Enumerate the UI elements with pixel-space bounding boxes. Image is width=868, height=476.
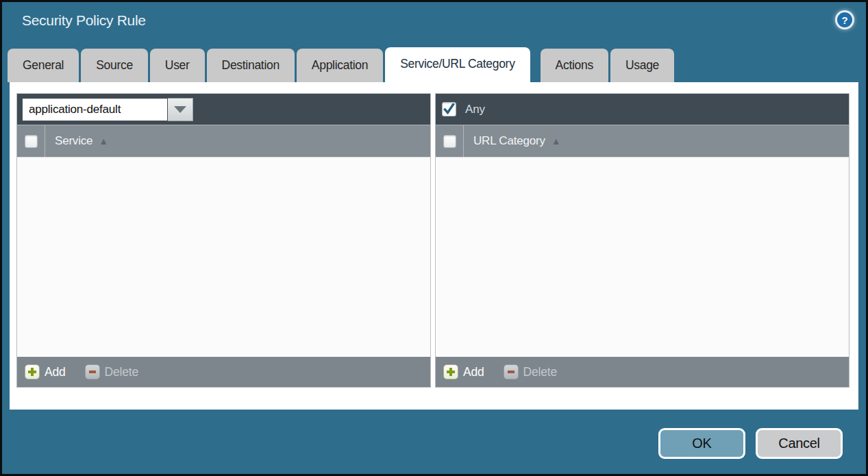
service-add-button[interactable]: Add [25, 364, 66, 379]
sort-asc-icon[interactable]: ▲ [99, 136, 108, 147]
tab-actions[interactable]: Actions [541, 49, 608, 82]
tab-content: application-default Service ▲ [10, 82, 858, 410]
service-select-all-checkbox[interactable] [25, 135, 38, 148]
delete-minus-icon [504, 364, 519, 379]
url-category-table-body[interactable] [436, 157, 849, 357]
tab-general[interactable]: General [8, 49, 79, 82]
add-plus-icon [443, 364, 458, 379]
url-category-column-header[interactable]: URL Category [473, 134, 545, 148]
service-panel: application-default Service ▲ [16, 93, 431, 388]
service-column-header[interactable]: Service [55, 134, 92, 148]
dialog-title: Security Policy Rule [22, 12, 146, 29]
help-icon[interactable]: ? [835, 10, 854, 29]
checkmark-icon [443, 103, 455, 115]
url-category-delete-button[interactable]: Delete [504, 364, 557, 379]
tab-bar: General Source User Destination Applicat… [8, 47, 674, 82]
url-category-table-header: URL Category ▲ [436, 125, 849, 157]
tab-application[interactable]: Application [297, 49, 383, 82]
tab-service-url-category[interactable]: Service/URL Category [385, 47, 530, 82]
tab-usage[interactable]: Usage [610, 49, 674, 82]
tab-destination[interactable]: Destination [207, 49, 295, 82]
service-table-header: Service ▲ [17, 125, 430, 157]
service-footer: Add Delete [17, 357, 430, 387]
url-category-footer: Add Delete [436, 357, 849, 387]
security-policy-rule-dialog: Security Policy Rule ? General Source Us… [0, 0, 868, 476]
sort-asc-icon[interactable]: ▲ [551, 136, 561, 147]
delete-minus-icon [85, 364, 100, 379]
url-category-add-button[interactable]: Add [443, 364, 484, 379]
url-category-toolbar: Any [436, 94, 849, 125]
service-type-dropdown-button[interactable] [168, 98, 193, 121]
url-category-select-all-checkbox[interactable] [443, 135, 456, 148]
tab-user[interactable]: User [150, 49, 205, 82]
title-bar: Security Policy Rule ? [2, 2, 866, 45]
ok-button[interactable]: OK [658, 428, 745, 459]
cancel-button[interactable]: Cancel [756, 428, 843, 459]
service-delete-button[interactable]: Delete [85, 364, 138, 379]
dialog-buttons: OK Cancel [658, 428, 843, 459]
tab-source[interactable]: Source [81, 49, 148, 82]
service-type-dropdown-value[interactable]: application-default [22, 98, 168, 121]
service-type-dropdown[interactable]: application-default [22, 98, 193, 121]
any-checkbox-label[interactable]: Any [465, 103, 485, 116]
chevron-down-icon [174, 106, 186, 113]
any-checkbox[interactable] [442, 102, 456, 116]
url-category-panel: Any URL Category ▲ [435, 93, 850, 388]
service-toolbar: application-default [17, 94, 430, 125]
service-table-body[interactable] [17, 157, 430, 357]
add-plus-icon [25, 364, 40, 379]
